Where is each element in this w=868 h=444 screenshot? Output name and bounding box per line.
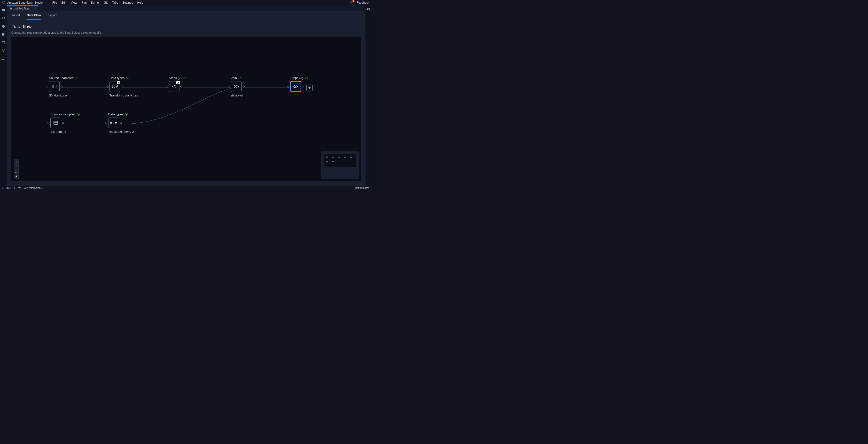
panel-icon[interactable] — [1, 41, 5, 45]
port-in[interactable] — [166, 86, 168, 88]
zoom-out-button[interactable]: − — [14, 164, 19, 169]
data-types-icon: #.# — [112, 85, 118, 88]
minimap-node — [326, 161, 328, 164]
node-datatypes-demo2[interactable]: Data types #.# Transform: demo-2 — [108, 113, 134, 134]
chart-badge-icon[interactable] — [117, 81, 120, 84]
port-in[interactable] — [106, 86, 108, 88]
join-icon — [234, 84, 239, 89]
check-icon — [238, 76, 242, 80]
feedback-link[interactable]: Feedback — [356, 1, 369, 4]
port-out[interactable] — [302, 86, 304, 88]
palette-icon[interactable] — [1, 32, 5, 36]
flow-icon[interactable] — [1, 49, 5, 53]
add-step-button[interactable]: + — [306, 85, 313, 91]
zoom-fit-button[interactable] — [14, 169, 19, 174]
port-out[interactable] — [180, 86, 182, 88]
lock-button[interactable] — [14, 174, 19, 179]
menu-tabs[interactable]: Tabs — [112, 1, 118, 4]
port-out[interactable] — [61, 86, 62, 88]
svg-point-21 — [184, 77, 186, 79]
port-in[interactable] — [105, 122, 107, 124]
chart-badge-icon[interactable] — [176, 81, 180, 84]
svg-rect-14 — [52, 85, 56, 88]
node-join[interactable]: Join demo-join — [231, 76, 244, 97]
svg-rect-23 — [178, 82, 178, 84]
node-title: Data types — [108, 113, 123, 116]
port-in[interactable] — [287, 86, 289, 88]
notification-count: 4 — [352, 0, 354, 2]
status-git: Git: refreshing... — [24, 186, 42, 189]
svg-point-25 — [239, 77, 241, 79]
flow-file-icon — [9, 7, 12, 10]
folder-icon[interactable] — [1, 8, 5, 12]
menu-kernel[interactable]: Kernel — [91, 1, 99, 4]
node-source-demo2[interactable]: Source - sampled S3: demo-2 — [51, 113, 80, 134]
minimap-node — [326, 156, 328, 157]
menu-edit[interactable]: Edit — [61, 1, 66, 4]
svg-point-1 — [2, 1, 5, 4]
port-out[interactable] — [121, 86, 123, 88]
port-in[interactable] — [46, 86, 48, 88]
status-kernel-icon[interactable] — [18, 186, 21, 189]
node-title: Steps (2) — [169, 76, 182, 80]
svg-point-3 — [3, 26, 4, 27]
minimap-empty — [350, 161, 352, 164]
node-steps-2[interactable]: Steps (2) — [169, 76, 187, 92]
menu-settings[interactable]: Settings — [122, 1, 133, 4]
node-subtitle: S3: titanic.csv — [49, 94, 79, 97]
tab-import[interactable]: Import — [11, 13, 20, 20]
compass-icon[interactable] — [1, 57, 5, 61]
node-title: Source - sampled — [49, 76, 73, 80]
minimap-empty — [344, 161, 346, 164]
edges — [11, 37, 361, 181]
port-out[interactable] — [120, 122, 122, 124]
svg-rect-19 — [118, 82, 119, 84]
code-icon — [172, 84, 177, 89]
tab-data-flow[interactable]: Data Flow — [27, 13, 41, 20]
circle-icon[interactable] — [1, 16, 5, 20]
close-tab-button[interactable]: × — [34, 6, 36, 10]
svg-point-0 — [3, 2, 4, 3]
node-datatypes-titanic[interactable]: Data types #.# Transform: titanic.csv — [110, 76, 138, 97]
page-subtitle: Choose the plus sign to add a step to th… — [11, 31, 361, 34]
check-icon — [75, 76, 79, 80]
code-icon — [293, 84, 299, 89]
tab-export[interactable]: Export — [48, 13, 56, 20]
git-icon[interactable] — [1, 24, 5, 28]
notifications-button[interactable]: 4 — [350, 1, 353, 4]
gear-icon[interactable] — [366, 7, 370, 12]
check-icon — [126, 76, 130, 80]
menu-run[interactable]: Run — [82, 1, 87, 4]
check-icon — [305, 76, 308, 80]
node-title: Steps (3) — [290, 76, 303, 80]
node-subtitle: Transform: demo-2 — [108, 130, 134, 134]
port-in[interactable] — [48, 122, 50, 124]
node-subtitle: S3: demo-2 — [51, 130, 80, 134]
port-in[interactable] — [228, 86, 230, 88]
dataset-icon — [53, 120, 58, 125]
terminal-icon[interactable]: $_ — [6, 187, 11, 189]
menu-git[interactable]: Git — [104, 1, 107, 4]
node-title: Join — [231, 76, 237, 80]
node-title: Source - sampled — [51, 113, 75, 116]
svg-rect-4 — [2, 41, 5, 43]
port-out[interactable] — [62, 122, 64, 124]
svg-rect-18 — [118, 83, 118, 84]
file-tab-label: untitled.flow — [14, 7, 29, 10]
node-steps-3[interactable]: Steps (3) — [290, 76, 308, 92]
check-icon — [76, 113, 80, 116]
zoom-in-button[interactable]: + — [14, 159, 19, 164]
minimap[interactable] — [321, 151, 359, 179]
menu-view[interactable]: View — [71, 1, 77, 4]
node-title: Data types — [110, 76, 124, 80]
svg-point-5 — [2, 50, 3, 51]
flow-canvas[interactable]: Source - sampled S3: titanic.csv — [11, 37, 361, 181]
menu-help[interactable]: Help — [137, 1, 144, 4]
svg-point-33 — [125, 113, 128, 116]
node-source-titanic[interactable]: Source - sampled S3: titanic.csv — [49, 76, 79, 97]
file-tab-untitled[interactable]: untitled.flow × — [7, 5, 38, 11]
svg-point-7 — [3, 52, 4, 52]
port-out[interactable] — [243, 86, 245, 88]
menu-file[interactable]: File — [52, 1, 57, 4]
svg-point-29 — [77, 113, 80, 116]
